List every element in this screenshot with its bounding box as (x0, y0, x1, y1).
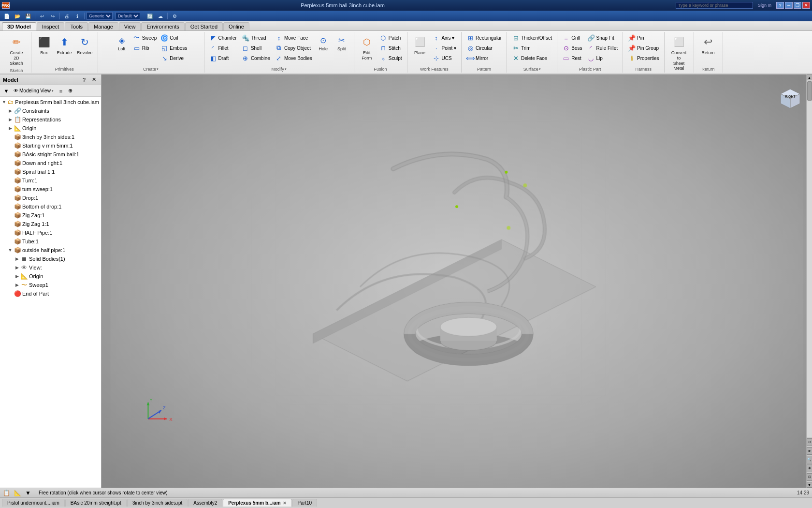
expand-sweep1[interactable]: ▶ (14, 282, 20, 288)
tab-3d-model[interactable]: 3D Model (2, 22, 36, 30)
point-btn[interactable]: · Point ▾ (431, 43, 459, 53)
expand-view[interactable]: ▶ (14, 264, 20, 271)
fit-btn[interactable]: ⊡ (807, 473, 812, 481)
axis-btn[interactable]: ↕ Axis ▾ (431, 33, 459, 43)
plane-btn[interactable]: ⬜ Plane (410, 33, 430, 57)
redo-btn[interactable]: ↪ (48, 12, 58, 20)
zoom-btn[interactable]: 🔍 (807, 456, 812, 463)
create-2d-sketch-btn[interactable]: ✏ Create2D Sketch (5, 33, 28, 67)
tree-item-down-right[interactable]: 📦 Down and right:1 (0, 159, 101, 167)
tree-item-tube[interactable]: 📦 Tube:1 (0, 237, 101, 246)
grill-btn[interactable]: ≡ Grill (560, 33, 584, 43)
derive-btn[interactable]: ↘ Derive (159, 53, 189, 63)
style-dropdown[interactable]: Generic (87, 12, 113, 20)
edit-form-btn[interactable]: ⬡ EditForm (357, 33, 377, 62)
expand-down-right[interactable] (7, 160, 14, 166)
app-icon-btn[interactable]: PRO (2, 2, 10, 9)
patch-btn[interactable]: ⬡ Patch (377, 33, 404, 43)
hole-btn[interactable]: ⊙ Hole (315, 33, 332, 53)
surface-dropdown-arrow[interactable]: ▾ (539, 67, 541, 71)
stitch-btn[interactable]: ⊓ Stitch (377, 43, 404, 53)
extrude-btn[interactable]: ⬆ Extrude (55, 33, 74, 57)
fillet-btn[interactable]: ◜ Fillet (207, 43, 239, 53)
tab-tools[interactable]: Tools (65, 22, 88, 30)
expand-bottom-drop[interactable] (7, 203, 14, 210)
new-btn[interactable]: 📄 (2, 12, 12, 20)
status-icon-1[interactable]: 📋 (3, 490, 10, 496)
expand-constraints[interactable]: ▶ (7, 107, 14, 114)
expand-3inch[interactable] (7, 134, 14, 140)
settings-btn[interactable]: ⚙ (170, 12, 179, 20)
tree-item-turn-sweep[interactable]: 📦 turn sweep:1 (0, 185, 101, 194)
close-btn[interactable]: ✕ (802, 2, 810, 9)
tree-item-zig-zag-1[interactable]: 📦 Zig Zag 1:1 (0, 220, 101, 228)
expand-spiral[interactable] (7, 168, 14, 175)
mirror-btn[interactable]: ⟺ Mirror (464, 53, 504, 63)
expand-turn[interactable] (7, 177, 14, 184)
tree-item-starting[interactable]: 📦 Starting v mm 5mm:1 (0, 141, 101, 150)
expand-end-of-part[interactable] (7, 290, 14, 297)
expand-starting[interactable] (7, 142, 14, 149)
pin-group-btn[interactable]: 📌 Pin Group (626, 43, 661, 53)
pin-btn[interactable]: 📌 Pin (626, 33, 661, 43)
expand-origin[interactable]: ▶ (14, 273, 20, 280)
rectangular-btn[interactable]: ⊞ Rectangular (464, 33, 504, 43)
collapse-all-btn[interactable]: ≡ (57, 87, 65, 95)
chamfer-btn[interactable]: ◤ Chamfer (207, 33, 239, 43)
coil-btn[interactable]: 🌀 Coil (159, 33, 189, 43)
bottom-tab-3inch[interactable]: 3inch by 3inch sides.ipt (127, 499, 188, 507)
expand-zig-zag-1[interactable] (7, 221, 14, 227)
scroll-thumb[interactable] (807, 81, 812, 101)
draft-btn[interactable]: ◧ Draft (207, 53, 239, 63)
convert-to-sheet-metal-btn[interactable]: ⬜ Convert toSheet Metal (667, 33, 691, 73)
cloud-btn[interactable]: ☁ (156, 12, 165, 20)
ucs-btn[interactable]: ⊹ UCS (431, 53, 459, 63)
expand-outside-half-pipe[interactable]: ▼ (7, 247, 14, 254)
tab-inspect[interactable]: Inspect (37, 22, 64, 30)
rest-btn[interactable]: ▭ Rest (560, 53, 584, 63)
expand-tube[interactable] (7, 238, 14, 245)
return-btn[interactable]: ↩ Return (698, 33, 718, 57)
thread-btn[interactable]: 🔩 Thread (240, 33, 272, 43)
tree-item-basic[interactable]: 📦 BAsic stright 5mm ball:1 (0, 150, 101, 159)
copy-object-btn[interactable]: ⧉ Copy Object (273, 43, 314, 53)
sweep-btn[interactable]: 〜 Sweep (131, 33, 159, 43)
perplexus-tab-close[interactable]: ✕ (283, 501, 287, 506)
tree-item-root[interactable]: ▼ 🗂 Perplexus 5mm ball 3inch cube.iam (0, 98, 101, 106)
circular-btn[interactable]: ◎ Circular (464, 43, 504, 53)
bottom-tab-basic[interactable]: BAsic 20mm streight.ipt (65, 499, 127, 507)
minimize-btn[interactable]: ─ (785, 2, 793, 9)
sculpt-btn[interactable]: ⬦ Sculpt (377, 53, 404, 63)
tree-item-view[interactable]: ▶ 👁 View: (0, 263, 101, 272)
viewcube[interactable]: RIGHT (773, 79, 807, 113)
view-dropdown-arrow[interactable]: ▾ (52, 89, 54, 93)
move-bodies-btn[interactable]: ⤢ Move Bodies (273, 53, 314, 63)
create-dropdown-arrow[interactable]: ▾ (157, 67, 159, 71)
expand-all-btn[interactable]: ⊕ (66, 87, 75, 95)
box-btn[interactable]: ⬛ Box (34, 33, 54, 57)
search-input[interactable] (676, 2, 753, 9)
pan-btn[interactable]: ✥ (807, 464, 812, 472)
viewport[interactable]: X Y Z RIGHT ▲ ⊙ 👁 🔍 (102, 75, 812, 488)
orbit-btn[interactable]: ⊙ (807, 438, 812, 446)
tab-environments[interactable]: Environments (141, 22, 184, 30)
bottom-tab-assembly2[interactable]: Assembly2 (188, 499, 222, 507)
panel-help-btn[interactable]: ? (80, 75, 88, 84)
tree-item-bottom-drop[interactable]: 📦 Bottom of drop:1 (0, 202, 101, 211)
properties-btn[interactable]: ℹ (72, 12, 82, 20)
filter-btn[interactable]: ▼ (2, 87, 11, 95)
expand-representations[interactable]: ▶ (7, 116, 14, 123)
lip-btn[interactable]: ◡ Lip (585, 53, 620, 63)
tree-item-origin[interactable]: ▶ 📐 Origin (0, 272, 101, 281)
loft-btn[interactable]: ◈ Loft (113, 33, 131, 53)
expand-turn-sweep[interactable] (7, 186, 14, 193)
tab-get-started[interactable]: Get Started (185, 22, 223, 30)
help-btn[interactable]: ? (776, 2, 784, 9)
expand-half-pipe[interactable] (7, 229, 14, 236)
undo-btn[interactable]: ↩ (37, 12, 47, 20)
tree-item-zig-zag[interactable]: 📦 Zig Zag:1 (0, 211, 101, 220)
scroll-down-btn[interactable]: ▼ (807, 482, 812, 488)
scrollbar-right[interactable]: ▲ ⊙ 👁 🔍 ✥ ⊡ ▼ (806, 75, 812, 488)
tree-item-turn[interactable]: 📦 Turn:1 (0, 176, 101, 185)
tree-item-drop[interactable]: 📦 Drop:1 (0, 194, 101, 202)
